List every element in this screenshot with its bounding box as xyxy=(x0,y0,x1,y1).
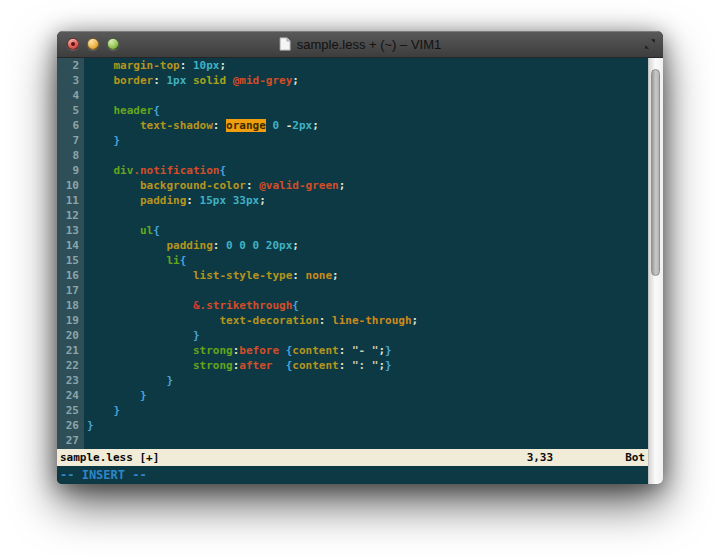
line-number: 17 xyxy=(57,283,84,298)
code-text: } xyxy=(84,388,147,403)
line-number: 8 xyxy=(57,148,84,163)
line-number: 6 xyxy=(57,118,84,133)
title-bar[interactable]: sample.less + (~) – VIM1 xyxy=(57,31,663,58)
code-line: 4 xyxy=(57,88,648,103)
line-number: 21 xyxy=(57,343,84,358)
scrollbar-track[interactable] xyxy=(648,58,663,484)
code-text xyxy=(84,208,87,223)
code-text: header{ xyxy=(84,103,160,118)
line-number: 5 xyxy=(57,103,84,118)
document-icon xyxy=(279,37,291,51)
code-line: 2 margin-top: 10px; xyxy=(57,58,648,73)
scroll-position-indicator: Bot xyxy=(625,451,645,464)
line-number: 7 xyxy=(57,133,84,148)
scrollbar-thumb[interactable] xyxy=(651,69,660,276)
code-line: 14 padding: 0 0 0 20px; xyxy=(57,238,648,253)
line-number: 23 xyxy=(57,373,84,388)
line-number: 10 xyxy=(57,178,84,193)
code-text: li{ xyxy=(84,253,186,268)
code-text: div.notification{ xyxy=(84,163,226,178)
minimize-button[interactable] xyxy=(87,38,99,50)
code-line: 19 text-decoration: line-through; xyxy=(57,313,648,328)
fullscreen-icon[interactable] xyxy=(644,38,656,50)
line-number: 14 xyxy=(57,238,84,253)
line-number: 26 xyxy=(57,418,84,433)
code-text: padding: 0 0 0 20px; xyxy=(84,238,299,253)
window-controls xyxy=(67,38,119,50)
code-text: text-decoration: line-through; xyxy=(84,313,418,328)
line-number: 9 xyxy=(57,163,84,178)
line-number: 24 xyxy=(57,388,84,403)
code-text: border: 1px solid @mid-grey; xyxy=(84,73,299,88)
code-text xyxy=(84,283,87,298)
window-title-group: sample.less + (~) – VIM1 xyxy=(279,37,442,52)
window-title: sample.less + (~) – VIM1 xyxy=(297,37,442,52)
code-line: 24 } xyxy=(57,388,648,403)
code-text: text-shadow: orange 0 -2px; xyxy=(84,118,319,133)
code-text: &.strikethrough{ xyxy=(84,298,299,313)
line-number: 3 xyxy=(57,73,84,88)
line-number: 2 xyxy=(57,58,84,73)
line-number: 25 xyxy=(57,403,84,418)
code-line: 9 div.notification{ xyxy=(57,163,648,178)
code-line: 17 xyxy=(57,283,648,298)
code-text: list-style-type: none; xyxy=(84,268,339,283)
line-number: 4 xyxy=(57,88,84,103)
code-text: padding: 15px 33px; xyxy=(84,193,266,208)
code-line: 11 padding: 15px 33px; xyxy=(57,193,648,208)
code-line: 25 } xyxy=(57,403,648,418)
mode-line: -- INSERT -- xyxy=(57,466,648,484)
line-number: 11 xyxy=(57,193,84,208)
status-filename: sample.less [+] xyxy=(60,451,527,464)
cursor-position: 3,33 xyxy=(527,451,554,464)
line-number: 18 xyxy=(57,298,84,313)
code-line: 20 } xyxy=(57,328,648,343)
code-area[interactable]: 2 margin-top: 10px;3 border: 1px solid @… xyxy=(57,58,648,449)
line-number: 13 xyxy=(57,223,84,238)
code-line: 16 list-style-type: none; xyxy=(57,268,648,283)
code-line: 5 header{ xyxy=(57,103,648,118)
line-number: 16 xyxy=(57,268,84,283)
line-number: 27 xyxy=(57,433,84,448)
code-line: 18 &.strikethrough{ xyxy=(57,298,648,313)
code-line: 27 xyxy=(57,433,648,448)
code-line: 21 strong:before {content: "- ";} xyxy=(57,343,648,358)
code-text xyxy=(84,148,87,163)
code-text: } xyxy=(84,403,120,418)
code-text: ul{ xyxy=(84,223,160,238)
code-text: } xyxy=(84,418,94,433)
code-text xyxy=(84,433,87,448)
line-number: 22 xyxy=(57,358,84,373)
code-line: 8 xyxy=(57,148,648,163)
code-line: 26} xyxy=(57,418,648,433)
code-text: } xyxy=(84,133,120,148)
code-line: 3 border: 1px solid @mid-grey; xyxy=(57,73,648,88)
code-line: 15 li{ xyxy=(57,253,648,268)
vim-window: sample.less + (~) – VIM1 2 margin-top: 1… xyxy=(57,31,663,484)
code-line: 7 } xyxy=(57,133,648,148)
status-bar: sample.less [+] 3,33 Bot xyxy=(57,449,648,466)
line-number: 19 xyxy=(57,313,84,328)
code-text: margin-top: 10px; xyxy=(84,58,226,73)
code-line: 6 text-shadow: orange 0 -2px; xyxy=(57,118,648,133)
code-line: 12 xyxy=(57,208,648,223)
code-text: strong:after {content: ": ";} xyxy=(84,358,392,373)
code-text: } xyxy=(84,328,200,343)
code-line: 23 } xyxy=(57,373,648,388)
insert-mode-indicator: -- INSERT -- xyxy=(60,468,147,482)
code-text xyxy=(84,88,87,103)
window-body: 2 margin-top: 10px;3 border: 1px solid @… xyxy=(57,58,663,484)
code-line: 10 background-color: @valid-green; xyxy=(57,178,648,193)
code-text: strong:before {content: "- ";} xyxy=(84,343,392,358)
code-text: background-color: @valid-green; xyxy=(84,178,345,193)
line-number: 12 xyxy=(57,208,84,223)
code-line: 13 ul{ xyxy=(57,223,648,238)
line-number: 15 xyxy=(57,253,84,268)
zoom-button[interactable] xyxy=(107,38,119,50)
editor-column: 2 margin-top: 10px;3 border: 1px solid @… xyxy=(57,58,648,484)
line-number: 20 xyxy=(57,328,84,343)
code-line: 22 strong:after {content: ": ";} xyxy=(57,358,648,373)
close-button[interactable] xyxy=(67,38,79,50)
code-text: } xyxy=(84,373,173,388)
